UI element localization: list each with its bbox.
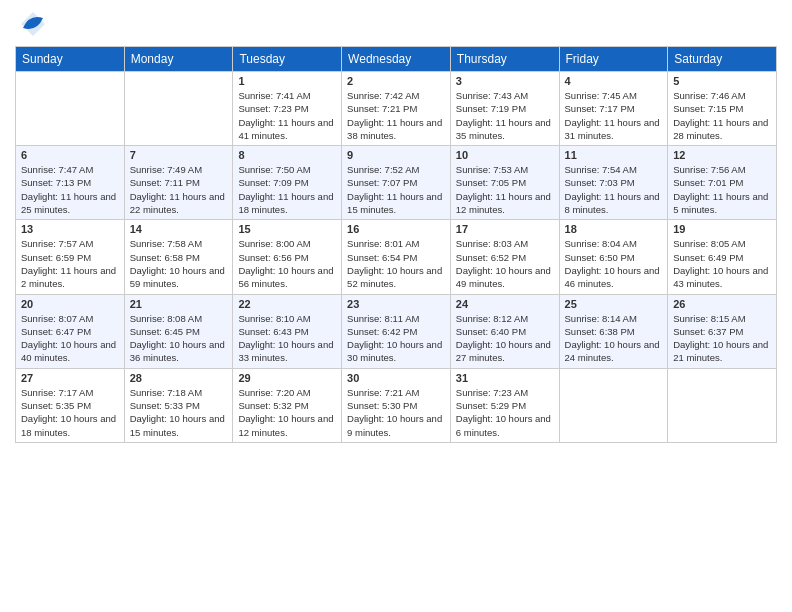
calendar-cell: 19Sunrise: 8:05 AMSunset: 6:49 PMDayligh… (668, 220, 777, 294)
day-number: 16 (347, 223, 445, 235)
calendar-header-friday: Friday (559, 47, 668, 72)
day-number: 28 (130, 372, 228, 384)
day-number: 17 (456, 223, 554, 235)
day-number: 10 (456, 149, 554, 161)
calendar-cell: 29Sunrise: 7:20 AMSunset: 5:32 PMDayligh… (233, 368, 342, 442)
day-number: 23 (347, 298, 445, 310)
calendar-cell (16, 72, 125, 146)
calendar-cell: 18Sunrise: 8:04 AMSunset: 6:50 PMDayligh… (559, 220, 668, 294)
day-number: 18 (565, 223, 663, 235)
calendar-cell (668, 368, 777, 442)
day-info: Sunrise: 8:15 AMSunset: 6:37 PMDaylight:… (673, 312, 771, 365)
calendar-cell: 17Sunrise: 8:03 AMSunset: 6:52 PMDayligh… (450, 220, 559, 294)
day-number: 6 (21, 149, 119, 161)
calendar-week-row: 27Sunrise: 7:17 AMSunset: 5:35 PMDayligh… (16, 368, 777, 442)
day-number: 13 (21, 223, 119, 235)
day-number: 12 (673, 149, 771, 161)
day-info: Sunrise: 7:58 AMSunset: 6:58 PMDaylight:… (130, 237, 228, 290)
calendar-cell: 10Sunrise: 7:53 AMSunset: 7:05 PMDayligh… (450, 146, 559, 220)
day-number: 2 (347, 75, 445, 87)
calendar-cell: 21Sunrise: 8:08 AMSunset: 6:45 PMDayligh… (124, 294, 233, 368)
day-number: 4 (565, 75, 663, 87)
calendar-cell: 16Sunrise: 8:01 AMSunset: 6:54 PMDayligh… (342, 220, 451, 294)
day-info: Sunrise: 8:08 AMSunset: 6:45 PMDaylight:… (130, 312, 228, 365)
calendar-cell: 22Sunrise: 8:10 AMSunset: 6:43 PMDayligh… (233, 294, 342, 368)
calendar-cell: 8Sunrise: 7:50 AMSunset: 7:09 PMDaylight… (233, 146, 342, 220)
day-info: Sunrise: 8:07 AMSunset: 6:47 PMDaylight:… (21, 312, 119, 365)
day-info: Sunrise: 7:41 AMSunset: 7:23 PMDaylight:… (238, 89, 336, 142)
calendar-week-row: 6Sunrise: 7:47 AMSunset: 7:13 PMDaylight… (16, 146, 777, 220)
day-number: 21 (130, 298, 228, 310)
day-info: Sunrise: 7:42 AMSunset: 7:21 PMDaylight:… (347, 89, 445, 142)
calendar-cell: 25Sunrise: 8:14 AMSunset: 6:38 PMDayligh… (559, 294, 668, 368)
day-number: 15 (238, 223, 336, 235)
calendar-header-sunday: Sunday (16, 47, 125, 72)
day-info: Sunrise: 7:18 AMSunset: 5:33 PMDaylight:… (130, 386, 228, 439)
calendar-cell: 13Sunrise: 7:57 AMSunset: 6:59 PMDayligh… (16, 220, 125, 294)
calendar-cell: 6Sunrise: 7:47 AMSunset: 7:13 PMDaylight… (16, 146, 125, 220)
day-number: 1 (238, 75, 336, 87)
calendar-cell: 12Sunrise: 7:56 AMSunset: 7:01 PMDayligh… (668, 146, 777, 220)
day-number: 5 (673, 75, 771, 87)
day-number: 9 (347, 149, 445, 161)
calendar-cell: 14Sunrise: 7:58 AMSunset: 6:58 PMDayligh… (124, 220, 233, 294)
day-number: 11 (565, 149, 663, 161)
day-number: 24 (456, 298, 554, 310)
calendar-cell: 20Sunrise: 8:07 AMSunset: 6:47 PMDayligh… (16, 294, 125, 368)
day-info: Sunrise: 7:47 AMSunset: 7:13 PMDaylight:… (21, 163, 119, 216)
day-number: 7 (130, 149, 228, 161)
day-info: Sunrise: 7:20 AMSunset: 5:32 PMDaylight:… (238, 386, 336, 439)
calendar-cell: 1Sunrise: 7:41 AMSunset: 7:23 PMDaylight… (233, 72, 342, 146)
calendar-header-monday: Monday (124, 47, 233, 72)
day-number: 19 (673, 223, 771, 235)
day-number: 31 (456, 372, 554, 384)
calendar-cell: 28Sunrise: 7:18 AMSunset: 5:33 PMDayligh… (124, 368, 233, 442)
day-number: 22 (238, 298, 336, 310)
calendar-week-row: 20Sunrise: 8:07 AMSunset: 6:47 PMDayligh… (16, 294, 777, 368)
day-number: 14 (130, 223, 228, 235)
day-info: Sunrise: 7:17 AMSunset: 5:35 PMDaylight:… (21, 386, 119, 439)
calendar-header-thursday: Thursday (450, 47, 559, 72)
day-number: 25 (565, 298, 663, 310)
day-info: Sunrise: 7:56 AMSunset: 7:01 PMDaylight:… (673, 163, 771, 216)
day-info: Sunrise: 8:01 AMSunset: 6:54 PMDaylight:… (347, 237, 445, 290)
calendar-cell: 5Sunrise: 7:46 AMSunset: 7:15 PMDaylight… (668, 72, 777, 146)
day-info: Sunrise: 8:14 AMSunset: 6:38 PMDaylight:… (565, 312, 663, 365)
calendar-cell: 9Sunrise: 7:52 AMSunset: 7:07 PMDaylight… (342, 146, 451, 220)
calendar-cell: 26Sunrise: 8:15 AMSunset: 6:37 PMDayligh… (668, 294, 777, 368)
calendar-cell: 24Sunrise: 8:12 AMSunset: 6:40 PMDayligh… (450, 294, 559, 368)
day-info: Sunrise: 8:10 AMSunset: 6:43 PMDaylight:… (238, 312, 336, 365)
page: SundayMondayTuesdayWednesdayThursdayFrid… (0, 0, 792, 612)
day-info: Sunrise: 7:23 AMSunset: 5:29 PMDaylight:… (456, 386, 554, 439)
day-number: 8 (238, 149, 336, 161)
calendar-header-saturday: Saturday (668, 47, 777, 72)
calendar-cell: 2Sunrise: 7:42 AMSunset: 7:21 PMDaylight… (342, 72, 451, 146)
calendar-cell (124, 72, 233, 146)
day-number: 26 (673, 298, 771, 310)
calendar-cell: 31Sunrise: 7:23 AMSunset: 5:29 PMDayligh… (450, 368, 559, 442)
calendar-cell: 27Sunrise: 7:17 AMSunset: 5:35 PMDayligh… (16, 368, 125, 442)
day-info: Sunrise: 8:00 AMSunset: 6:56 PMDaylight:… (238, 237, 336, 290)
calendar-cell: 11Sunrise: 7:54 AMSunset: 7:03 PMDayligh… (559, 146, 668, 220)
calendar-cell: 23Sunrise: 8:11 AMSunset: 6:42 PMDayligh… (342, 294, 451, 368)
calendar-cell: 15Sunrise: 8:00 AMSunset: 6:56 PMDayligh… (233, 220, 342, 294)
calendar-cell: 7Sunrise: 7:49 AMSunset: 7:11 PMDaylight… (124, 146, 233, 220)
day-info: Sunrise: 7:53 AMSunset: 7:05 PMDaylight:… (456, 163, 554, 216)
day-info: Sunrise: 8:11 AMSunset: 6:42 PMDaylight:… (347, 312, 445, 365)
day-info: Sunrise: 7:43 AMSunset: 7:19 PMDaylight:… (456, 89, 554, 142)
day-info: Sunrise: 8:04 AMSunset: 6:50 PMDaylight:… (565, 237, 663, 290)
calendar-cell: 4Sunrise: 7:45 AMSunset: 7:17 PMDaylight… (559, 72, 668, 146)
day-info: Sunrise: 7:57 AMSunset: 6:59 PMDaylight:… (21, 237, 119, 290)
day-info: Sunrise: 8:03 AMSunset: 6:52 PMDaylight:… (456, 237, 554, 290)
day-info: Sunrise: 7:52 AMSunset: 7:07 PMDaylight:… (347, 163, 445, 216)
calendar-header-wednesday: Wednesday (342, 47, 451, 72)
calendar-cell: 3Sunrise: 7:43 AMSunset: 7:19 PMDaylight… (450, 72, 559, 146)
day-number: 3 (456, 75, 554, 87)
logo (15, 10, 47, 38)
day-number: 20 (21, 298, 119, 310)
day-info: Sunrise: 7:50 AMSunset: 7:09 PMDaylight:… (238, 163, 336, 216)
day-info: Sunrise: 7:49 AMSunset: 7:11 PMDaylight:… (130, 163, 228, 216)
calendar-cell: 30Sunrise: 7:21 AMSunset: 5:30 PMDayligh… (342, 368, 451, 442)
day-info: Sunrise: 7:21 AMSunset: 5:30 PMDaylight:… (347, 386, 445, 439)
calendar-table: SundayMondayTuesdayWednesdayThursdayFrid… (15, 46, 777, 443)
